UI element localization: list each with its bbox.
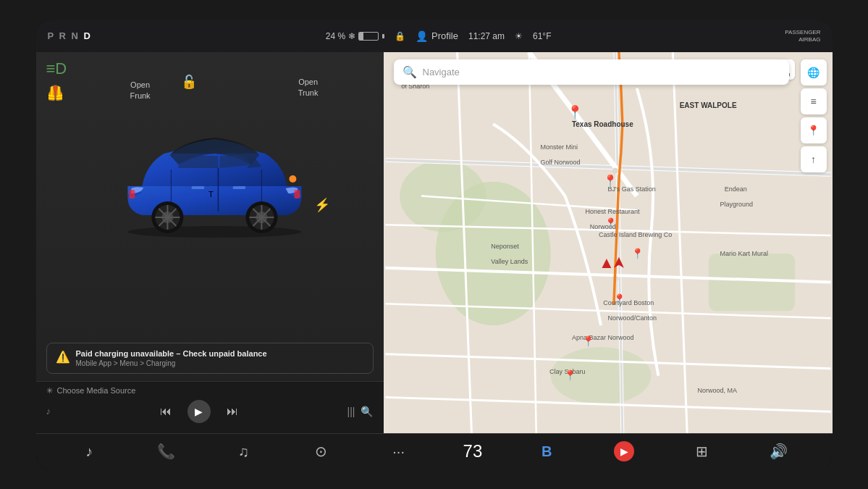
courtyard-boston-label: Courtyard Boston	[603, 299, 654, 306]
map-svg	[384, 52, 833, 433]
passenger-airbag-badge: PASSENGERAIRBAG	[785, 29, 820, 43]
status-left: P R N D	[48, 30, 92, 41]
map-container[interactable]: Texas Roadhouse EAST WALPOLE Monster Min…	[384, 52, 833, 433]
svg-rect-4	[191, 186, 204, 189]
more-dots-icon: ···	[392, 443, 405, 460]
play-button[interactable]: ▶	[187, 400, 211, 423]
warning-triangle-icon: ⚠️	[56, 350, 70, 364]
camera-icon: ⊙	[315, 443, 327, 460]
car-position-arrow: ▲	[599, 254, 615, 272]
playground-label: Playground	[720, 201, 754, 208]
note-icon: ♪	[85, 443, 93, 460]
taskbar-music-note[interactable]: ♪	[76, 438, 102, 464]
texas-roadhouse-pin: 📍	[568, 105, 582, 120]
speed-display: 73	[463, 441, 483, 461]
bjs-pin: 📍	[603, 174, 618, 188]
svg-point-0	[127, 226, 301, 238]
warning-subtitle: Mobile App > Menu > Charging	[76, 359, 267, 367]
taskbar-camera[interactable]: ⊙	[308, 438, 334, 464]
svg-point-26	[400, 159, 486, 231]
play-circle-icon: ▶	[614, 441, 634, 461]
search-media-icon[interactable]: 🔍	[361, 406, 373, 417]
taskbar-menu[interactable]: ⊞	[688, 438, 715, 464]
search-bar[interactable]: 🔍 Navigate	[394, 59, 789, 85]
svg-rect-27	[708, 253, 794, 310]
clay-subaru-pin: 📍	[563, 368, 578, 383]
taskbar-bluetooth[interactable]: B	[534, 438, 560, 464]
golf-norwood-label: Golf Norwood	[541, 159, 581, 166]
endean-label: Endean	[725, 185, 747, 193]
prev-track-button[interactable]: ⏮	[156, 401, 176, 422]
snowflake-icon: ❄	[348, 31, 355, 41]
profile-label: Profile	[431, 30, 458, 41]
east-walpole-label: EAST WALPOLE	[680, 101, 737, 109]
taskbar-play-red[interactable]: ▶	[611, 438, 637, 464]
media-controls: ♪ ⏮ ▶ ⏭ ||| 🔍	[46, 400, 374, 423]
right-panel: Texas Roadhouse EAST WALPOLE Monster Min…	[384, 52, 833, 433]
media-left-controls: ♪	[46, 406, 51, 417]
tesla-car-image: T	[106, 103, 323, 248]
neponset-label: Neponset	[491, 243, 519, 250]
equalizer-icon: |||	[347, 406, 355, 417]
temperature-display: 61°F	[533, 31, 551, 41]
texas-roadhouse-label: Texas Roadhouse	[572, 120, 633, 128]
profile-area[interactable]: 👤 Profile	[416, 30, 458, 42]
search-icon: 🔍	[403, 65, 417, 79]
sun-icon: ☀	[515, 31, 523, 41]
norwood-canton-label: Norwood/Canton	[608, 314, 657, 322]
media-bar: ✳ Choose Media Source ♪ ⏮ ▶ ⏭ ||| 🔍	[36, 381, 384, 433]
media-center-controls[interactable]: ⏮ ▶ ⏭	[156, 400, 243, 423]
battery-bar	[358, 32, 379, 41]
honest-pin: 📍	[603, 216, 618, 230]
battery-info: 24 % ❄	[326, 31, 384, 41]
grid-menu-icon: ⊞	[696, 443, 708, 460]
taskbar-music[interactable]: ♫	[231, 438, 257, 464]
car-visual: T	[98, 96, 330, 255]
vehicle-panel: ≡D 🦺 🔓 Open Frunk Open Trunk	[36, 52, 384, 381]
location-control-button[interactable]: 📍	[801, 117, 827, 143]
layers-control-button[interactable]: ≡	[801, 88, 827, 114]
music-icon: ♫	[238, 443, 249, 460]
media-source-asterisk: ✳	[46, 386, 53, 396]
svg-rect-7	[294, 190, 300, 198]
car-icons: ≡D 🦺	[46, 59, 67, 101]
media-right-controls[interactable]: ||| 🔍	[347, 406, 374, 417]
time-display: 11:27 am	[468, 31, 505, 41]
castle-island-label: Castle Island Brewing Co	[599, 231, 672, 238]
map-controls: 🌐 ≡ 📍 ↑	[801, 59, 827, 172]
search-placeholder: Navigate	[423, 67, 460, 78]
svg-text:T: T	[208, 190, 214, 198]
taskbar-more[interactable]: ···	[386, 438, 412, 464]
status-center: 24 % ❄ 🔒 👤 Profile 11:27 am ☀ 61°F	[326, 30, 552, 42]
globe-control-button[interactable]: 🌐	[801, 59, 827, 85]
media-source[interactable]: ✳ Choose Media Source	[46, 386, 374, 396]
door-lock-icon[interactable]: 🔓	[181, 74, 197, 90]
warning-banner[interactable]: ⚠️ Paid charging unavailable – Check unp…	[46, 343, 374, 374]
warning-title: Paid charging unavailable – Check unpaid…	[76, 349, 267, 358]
compass-control-button[interactable]: ↑	[801, 146, 827, 172]
headlight-icon: ≡D	[46, 59, 67, 78]
taskbar-volume[interactable]: 🔊	[766, 438, 792, 464]
warning-text: Paid charging unavailable – Check unpaid…	[76, 349, 267, 367]
next-track-button[interactable]: ⏭	[222, 401, 243, 422]
charge-bolt-icon: ⚡	[314, 197, 330, 213]
svg-rect-6	[129, 190, 135, 198]
seat-belt-icon: 🦺	[46, 84, 67, 101]
battery-fill	[359, 33, 363, 40]
media-source-label: Choose Media Source	[57, 386, 136, 395]
phone-icon: 📞	[157, 443, 175, 460]
apna-bazar-pin: 📍	[581, 334, 595, 348]
person-icon: 👤	[416, 30, 428, 42]
mario-kart-label: Mario Kart Mural	[720, 250, 769, 257]
status-right: PASSENGERAIRBAG	[785, 29, 820, 43]
main-content: ≡D 🦺 🔓 Open Frunk Open Trunk	[36, 52, 833, 433]
taskbar-phone[interactable]: 📞	[153, 438, 180, 464]
svg-point-23	[289, 175, 296, 183]
valley-lands-label: Valley Lands	[491, 258, 528, 265]
left-panel: ≡D 🦺 🔓 Open Frunk Open Trunk	[36, 52, 384, 433]
battery-percent: 24 %	[326, 31, 345, 41]
search-input-wrapper[interactable]: 🔍 Navigate	[394, 59, 789, 85]
volume-icon: 🔊	[770, 443, 788, 460]
battery-tip	[382, 34, 384, 38]
honest-restaurant-label: Honest Restaurant	[586, 208, 640, 215]
